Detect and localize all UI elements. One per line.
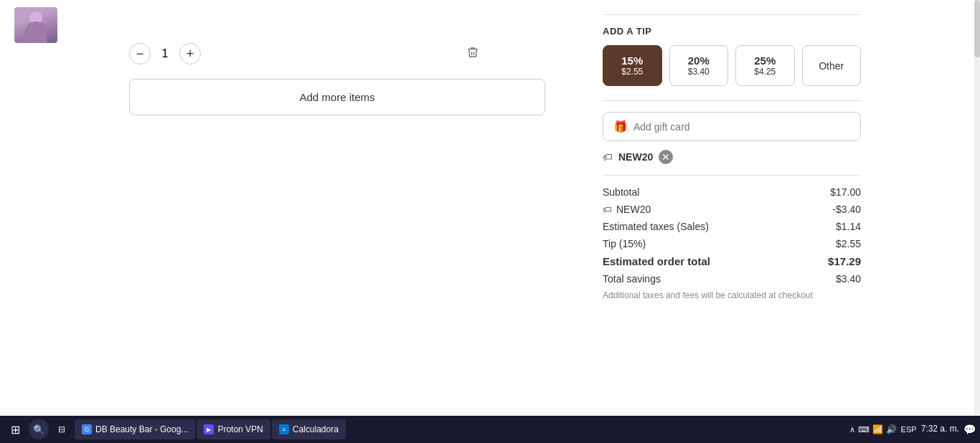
- promo-row-value: -$3.40: [832, 204, 861, 215]
- tip-25-amt: $4.25: [742, 67, 788, 77]
- promo-tag-row: 🏷 NEW20 ✕: [603, 150, 861, 164]
- total-row: Estimated order total $17.29: [603, 255, 861, 267]
- coupon-icon: 🏷: [603, 204, 612, 215]
- taskview-button[interactable]: ⊟: [52, 419, 72, 439]
- subtotal-value: $17.00: [830, 186, 861, 198]
- tip-20-amt: $3.40: [676, 67, 722, 77]
- taskview-icon: ⊟: [58, 424, 65, 434]
- volume-icon: 🔊: [886, 424, 897, 434]
- gift-icon: 🎁: [613, 120, 628, 133]
- tag-icon: 🏷: [603, 151, 613, 163]
- start-button[interactable]: ⊞: [4, 419, 26, 439]
- subtotal-row: Subtotal $17.00: [603, 186, 861, 198]
- tip-20-button[interactable]: 20% $3.40: [669, 45, 729, 86]
- time-block[interactable]: 7:32 a. m.: [921, 424, 959, 435]
- search-icon: 🔍: [33, 424, 44, 435]
- mid-divider: [603, 100, 861, 101]
- proton-icon: ▶: [204, 424, 214, 434]
- tip-15-button[interactable]: 15% $2.55: [603, 45, 662, 86]
- tip-15-amt: $2.55: [609, 67, 656, 77]
- total-value: $17.29: [828, 255, 861, 267]
- decrease-btn[interactable]: −: [129, 43, 151, 65]
- sys-icons: ∧ ⌨ 📶 🔊: [849, 424, 897, 434]
- chrome-icon: G: [82, 424, 92, 434]
- taskbar-search-button[interactable]: 🔍: [29, 419, 49, 439]
- savings-label: Total savings: [603, 273, 661, 285]
- tip-section-title: ADD A TIP: [603, 26, 861, 37]
- top-divider: [603, 14, 861, 15]
- remove-promo-button[interactable]: ✕: [659, 150, 673, 164]
- tip-options: 15% $2.55 20% $3.40 25% $4.25 Other: [603, 45, 861, 86]
- gift-card-row: 🎁: [603, 112, 861, 141]
- delete-btn[interactable]: [466, 46, 479, 62]
- time-display: 7:32 a. m.: [921, 424, 959, 435]
- add-more-button[interactable]: Add more items: [129, 79, 545, 115]
- summary-divider: [603, 175, 861, 176]
- subtotal-label: Subtotal: [603, 186, 639, 198]
- taskbar-app-chrome[interactable]: G DB Beauty Bar - Goog...: [75, 419, 195, 439]
- savings-value: $3.40: [836, 273, 861, 285]
- network-icon: 📶: [872, 424, 883, 434]
- language-label: ESP: [901, 425, 917, 434]
- taskbar-apps: G DB Beauty Bar - Goog... ▶ Proton VPN =…: [75, 419, 847, 439]
- taskbar-sys: ∧ ⌨ 📶 🔊 ESP 7:32 a. m. 💬: [849, 424, 976, 435]
- scrollbar-thumb[interactable]: [974, 0, 980, 57]
- footnote-text: Additional taxes and fees will be calcul…: [603, 290, 861, 300]
- proton-label: Proton VPN: [217, 424, 263, 434]
- quantity-row: − 1 +: [14, 43, 531, 65]
- promo-row: 🏷 NEW20 -$3.40: [603, 204, 861, 215]
- tip-other-button[interactable]: Other: [802, 45, 862, 86]
- keyboard-icon: ⌨: [858, 425, 870, 434]
- tip-25-pct: 25%: [742, 54, 788, 67]
- taskbar-app-calc[interactable]: = Calculadora: [272, 419, 346, 439]
- taskbar: ⊞ 🔍 ⊟ G DB Beauty Bar - Goog... ▶ Proton…: [0, 416, 980, 443]
- left-panel: − 1 + Add more items: [0, 0, 545, 416]
- tip-20-pct: 20%: [676, 54, 722, 67]
- increase-btn[interactable]: +: [179, 43, 201, 65]
- taxes-label: Estimated taxes (Sales): [603, 221, 709, 232]
- taxes-row: Estimated taxes (Sales) $1.14: [603, 221, 861, 232]
- chrome-label: DB Beauty Bar - Goog...: [95, 424, 188, 434]
- quantity-value: 1: [158, 47, 172, 60]
- scrollbar-track[interactable]: [974, 0, 980, 416]
- tip-15-pct: 15%: [609, 54, 656, 67]
- taxes-value: $1.14: [836, 221, 861, 232]
- taskbar-app-proton[interactable]: ▶ Proton VPN: [197, 419, 270, 439]
- calc-label: Calculadora: [293, 424, 339, 434]
- right-panel: ADD A TIP 15% $2.55 20% $3.40 25% $4.25 …: [603, 0, 861, 308]
- gift-card-input[interactable]: [633, 121, 850, 133]
- promo-row-label: NEW20: [616, 204, 651, 215]
- product-image: [14, 7, 57, 43]
- calc-icon: =: [279, 424, 289, 434]
- promo-code-label: NEW20: [618, 151, 653, 163]
- tip-label: Tip (15%): [603, 238, 646, 249]
- chevron-icon[interactable]: ∧: [849, 425, 855, 434]
- tip-row: Tip (15%) $2.55: [603, 238, 861, 249]
- savings-row: Total savings $3.40: [603, 273, 861, 285]
- tip-value: $2.55: [836, 238, 861, 249]
- notification-icon[interactable]: 💬: [963, 424, 976, 435]
- tip-25-button[interactable]: 25% $4.25: [735, 45, 795, 86]
- total-label: Estimated order total: [603, 255, 710, 267]
